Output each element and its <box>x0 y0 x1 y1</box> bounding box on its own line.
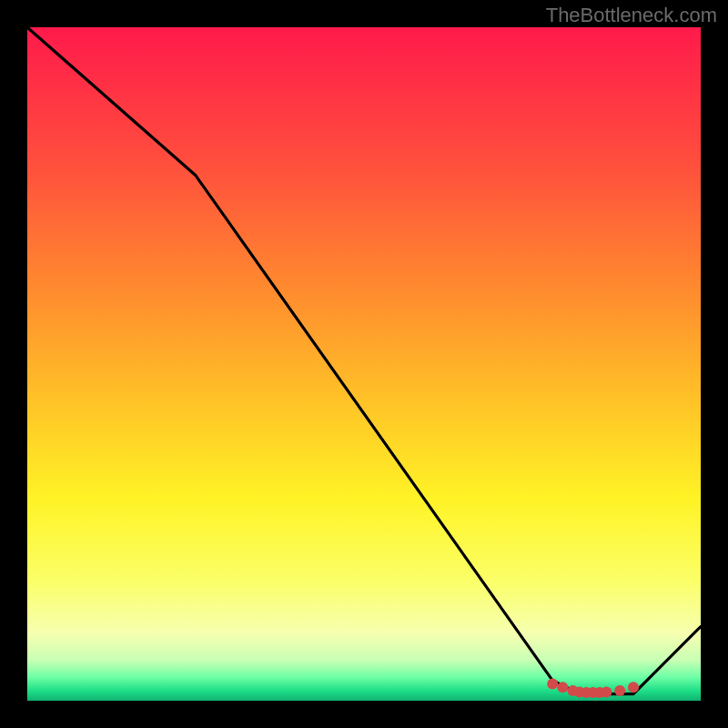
chart-line <box>27 27 701 694</box>
chart-marker <box>628 682 639 693</box>
watermark-text: TheBottleneck.com <box>546 4 717 27</box>
chart-marker <box>601 686 612 697</box>
chart-marker <box>557 682 568 693</box>
chart-curve-layer <box>27 27 701 701</box>
chart-marker <box>547 679 558 690</box>
chart-marker <box>614 685 625 696</box>
chart-area <box>27 27 701 701</box>
